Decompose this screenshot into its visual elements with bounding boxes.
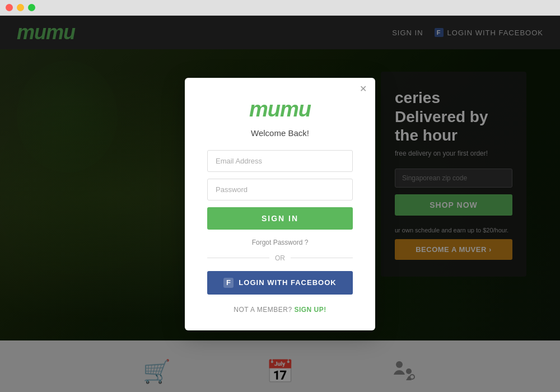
modal-close-button[interactable]: ✕ bbox=[360, 85, 367, 94]
login-modal: ✕ mumu Welcome Back! SIGN IN Forgot Pass… bbox=[185, 78, 375, 330]
signup-link[interactable]: SIGN UP! bbox=[294, 306, 326, 314]
modal-logo: mumu bbox=[207, 97, 353, 122]
password-input[interactable] bbox=[207, 179, 353, 200]
email-input[interactable] bbox=[207, 150, 353, 172]
facebook-login-button[interactable]: f LOGIN WITH FACEBOOK bbox=[207, 271, 353, 295]
close-dot[interactable] bbox=[6, 4, 13, 11]
divider-line-left bbox=[207, 258, 269, 258]
divider-text: OR bbox=[275, 254, 285, 262]
fb-btn-label: LOGIN WITH FACEBOOK bbox=[239, 278, 336, 287]
forgot-password-link[interactable]: Forgot Password ? bbox=[207, 239, 353, 246]
maximize-dot[interactable] bbox=[28, 4, 35, 11]
app-container: mumu SIGN IN f LOGIN WITH FACEBOOK cerie… bbox=[0, 16, 560, 392]
modal-divider: OR bbox=[207, 254, 353, 262]
window-chrome bbox=[0, 0, 560, 16]
minimize-dot[interactable] bbox=[17, 4, 24, 11]
divider-line-right bbox=[291, 258, 353, 258]
signup-prompt: NOT A MEMBER? SIGN UP! bbox=[207, 306, 353, 314]
facebook-icon: f bbox=[223, 278, 234, 288]
modal-overlay[interactable]: ✕ mumu Welcome Back! SIGN IN Forgot Pass… bbox=[0, 16, 560, 392]
signin-button[interactable]: SIGN IN bbox=[207, 207, 353, 230]
modal-welcome-text: Welcome Back! bbox=[207, 128, 353, 138]
not-member-text: NOT A MEMBER? bbox=[234, 306, 292, 314]
